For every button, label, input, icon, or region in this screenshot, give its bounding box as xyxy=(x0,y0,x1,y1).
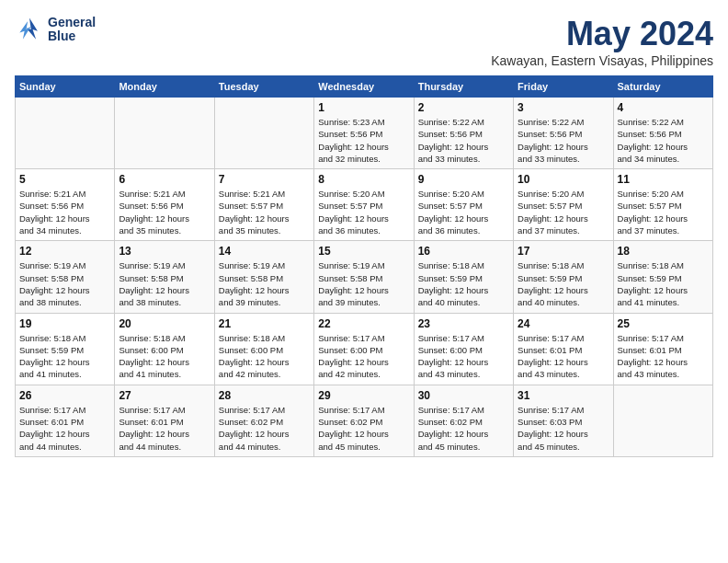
calendar-day-cell: 29Sunrise: 5:17 AM Sunset: 6:02 PM Dayli… xyxy=(314,385,414,456)
calendar-day-cell: 9Sunrise: 5:20 AM Sunset: 5:57 PM Daylig… xyxy=(414,169,513,241)
calendar-day-cell: 25Sunrise: 5:17 AM Sunset: 6:01 PM Dayli… xyxy=(613,313,712,385)
weekday-header: Sunday xyxy=(16,76,115,98)
day-number: 8 xyxy=(318,173,409,186)
day-info: Sunrise: 5:20 AM Sunset: 5:57 PM Dayligh… xyxy=(518,188,609,236)
logo-line2: Blue xyxy=(48,29,96,43)
calendar-day-cell: 2Sunrise: 5:22 AM Sunset: 5:56 PM Daylig… xyxy=(414,98,513,169)
day-number: 28 xyxy=(219,389,310,402)
day-number: 13 xyxy=(119,245,210,258)
calendar-day-cell: 19Sunrise: 5:18 AM Sunset: 5:59 PM Dayli… xyxy=(16,313,115,385)
day-number: 19 xyxy=(19,317,110,330)
day-number: 27 xyxy=(119,389,210,402)
day-info: Sunrise: 5:20 AM Sunset: 5:57 PM Dayligh… xyxy=(318,188,409,236)
weekday-header: Wednesday xyxy=(314,76,414,98)
day-info: Sunrise: 5:17 AM Sunset: 6:01 PM Dayligh… xyxy=(518,332,609,381)
calendar-day-cell: 7Sunrise: 5:21 AM Sunset: 5:57 PM Daylig… xyxy=(214,169,313,241)
day-info: Sunrise: 5:20 AM Sunset: 5:57 PM Dayligh… xyxy=(618,188,709,236)
calendar-week-row: 26Sunrise: 5:17 AM Sunset: 6:01 PM Dayli… xyxy=(16,385,713,456)
calendar-day-cell: 23Sunrise: 5:17 AM Sunset: 6:00 PM Dayli… xyxy=(414,313,513,385)
weekday-header: Saturday xyxy=(613,76,712,98)
weekday-header: Thursday xyxy=(414,76,513,98)
weekday-header: Monday xyxy=(115,76,214,98)
day-number: 12 xyxy=(19,245,110,258)
day-number: 20 xyxy=(119,317,210,330)
day-number: 15 xyxy=(318,245,409,258)
day-number: 10 xyxy=(518,173,609,186)
day-number: 11 xyxy=(618,173,709,186)
logo-line1: General xyxy=(48,16,96,29)
calendar-day-cell: 1Sunrise: 5:23 AM Sunset: 5:56 PM Daylig… xyxy=(314,98,414,169)
day-number: 18 xyxy=(618,245,709,258)
day-number: 22 xyxy=(318,317,409,330)
calendar-day-cell: 6Sunrise: 5:21 AM Sunset: 5:56 PM Daylig… xyxy=(115,169,214,241)
day-number: 26 xyxy=(19,389,110,402)
calendar-day-cell xyxy=(16,98,115,169)
day-info: Sunrise: 5:17 AM Sunset: 6:01 PM Dayligh… xyxy=(19,404,110,453)
day-info: Sunrise: 5:17 AM Sunset: 6:01 PM Dayligh… xyxy=(119,404,210,453)
day-info: Sunrise: 5:21 AM Sunset: 5:56 PM Dayligh… xyxy=(19,188,110,236)
location-subtitle: Kawayan, Eastern Visayas, Philippines xyxy=(491,53,713,68)
day-info: Sunrise: 5:22 AM Sunset: 5:56 PM Dayligh… xyxy=(518,116,609,165)
day-info: Sunrise: 5:22 AM Sunset: 5:56 PM Dayligh… xyxy=(618,116,709,165)
day-number: 6 xyxy=(119,173,210,186)
calendar-day-cell: 8Sunrise: 5:20 AM Sunset: 5:57 PM Daylig… xyxy=(314,169,414,241)
day-info: Sunrise: 5:18 AM Sunset: 5:59 PM Dayligh… xyxy=(418,259,509,308)
day-info: Sunrise: 5:20 AM Sunset: 5:57 PM Dayligh… xyxy=(418,188,509,236)
calendar-week-row: 1Sunrise: 5:23 AM Sunset: 5:56 PM Daylig… xyxy=(16,98,713,169)
calendar-day-cell xyxy=(613,385,712,456)
day-info: Sunrise: 5:18 AM Sunset: 5:59 PM Dayligh… xyxy=(518,259,609,308)
calendar-week-row: 5Sunrise: 5:21 AM Sunset: 5:56 PM Daylig… xyxy=(16,169,713,241)
day-info: Sunrise: 5:18 AM Sunset: 6:00 PM Dayligh… xyxy=(119,332,210,381)
day-info: Sunrise: 5:22 AM Sunset: 5:56 PM Dayligh… xyxy=(418,116,509,165)
day-info: Sunrise: 5:17 AM Sunset: 6:02 PM Dayligh… xyxy=(418,404,509,453)
title-block: May 2024 Kawayan, Eastern Visayas, Phili… xyxy=(491,15,713,68)
day-info: Sunrise: 5:17 AM Sunset: 6:00 PM Dayligh… xyxy=(418,332,509,381)
day-info: Sunrise: 5:17 AM Sunset: 6:01 PM Dayligh… xyxy=(618,332,709,381)
calendar-week-row: 12Sunrise: 5:19 AM Sunset: 5:58 PM Dayli… xyxy=(16,241,713,313)
day-info: Sunrise: 5:18 AM Sunset: 6:00 PM Dayligh… xyxy=(219,332,310,381)
day-number: 4 xyxy=(618,101,709,114)
calendar-day-cell xyxy=(214,98,313,169)
calendar-day-cell: 30Sunrise: 5:17 AM Sunset: 6:02 PM Dayli… xyxy=(414,385,513,456)
day-number: 24 xyxy=(518,317,609,330)
calendar-day-cell: 17Sunrise: 5:18 AM Sunset: 5:59 PM Dayli… xyxy=(514,241,613,313)
calendar-day-cell: 15Sunrise: 5:19 AM Sunset: 5:58 PM Dayli… xyxy=(314,241,414,313)
day-info: Sunrise: 5:19 AM Sunset: 5:58 PM Dayligh… xyxy=(119,259,210,308)
day-number: 16 xyxy=(418,245,509,258)
calendar-week-row: 19Sunrise: 5:18 AM Sunset: 5:59 PM Dayli… xyxy=(16,313,713,385)
day-number: 14 xyxy=(219,245,310,258)
day-info: Sunrise: 5:23 AM Sunset: 5:56 PM Dayligh… xyxy=(318,116,409,165)
day-number: 23 xyxy=(418,317,509,330)
weekday-header-row: SundayMondayTuesdayWednesdayThursdayFrid… xyxy=(16,76,713,98)
day-info: Sunrise: 5:18 AM Sunset: 5:59 PM Dayligh… xyxy=(19,332,110,381)
day-number: 2 xyxy=(418,101,509,114)
calendar-day-cell xyxy=(115,98,214,169)
day-info: Sunrise: 5:19 AM Sunset: 5:58 PM Dayligh… xyxy=(318,259,409,308)
logo: General Blue xyxy=(15,15,96,44)
day-number: 5 xyxy=(19,173,110,186)
calendar-day-cell: 24Sunrise: 5:17 AM Sunset: 6:01 PM Dayli… xyxy=(514,313,613,385)
logo-icon xyxy=(15,15,44,44)
page-header: General Blue May 2024 Kawayan, Eastern V… xyxy=(15,15,713,68)
calendar-day-cell: 13Sunrise: 5:19 AM Sunset: 5:58 PM Dayli… xyxy=(115,241,214,313)
day-number: 7 xyxy=(219,173,310,186)
calendar-day-cell: 14Sunrise: 5:19 AM Sunset: 5:58 PM Dayli… xyxy=(214,241,313,313)
calendar-day-cell: 27Sunrise: 5:17 AM Sunset: 6:01 PM Dayli… xyxy=(115,385,214,456)
calendar-day-cell: 12Sunrise: 5:19 AM Sunset: 5:58 PM Dayli… xyxy=(16,241,115,313)
day-number: 29 xyxy=(318,389,409,402)
day-info: Sunrise: 5:21 AM Sunset: 5:56 PM Dayligh… xyxy=(119,188,210,236)
day-info: Sunrise: 5:18 AM Sunset: 5:59 PM Dayligh… xyxy=(618,259,709,308)
day-info: Sunrise: 5:17 AM Sunset: 6:02 PM Dayligh… xyxy=(318,404,409,453)
calendar-day-cell: 4Sunrise: 5:22 AM Sunset: 5:56 PM Daylig… xyxy=(613,98,712,169)
day-number: 1 xyxy=(318,101,409,114)
calendar-day-cell: 28Sunrise: 5:17 AM Sunset: 6:02 PM Dayli… xyxy=(214,385,313,456)
calendar-table: SundayMondayTuesdayWednesdayThursdayFrid… xyxy=(15,75,713,457)
calendar-day-cell: 18Sunrise: 5:18 AM Sunset: 5:59 PM Dayli… xyxy=(613,241,712,313)
day-info: Sunrise: 5:17 AM Sunset: 6:03 PM Dayligh… xyxy=(518,404,609,453)
calendar-day-cell: 3Sunrise: 5:22 AM Sunset: 5:56 PM Daylig… xyxy=(514,98,613,169)
day-info: Sunrise: 5:21 AM Sunset: 5:57 PM Dayligh… xyxy=(219,188,310,236)
calendar-day-cell: 31Sunrise: 5:17 AM Sunset: 6:03 PM Dayli… xyxy=(514,385,613,456)
calendar-day-cell: 21Sunrise: 5:18 AM Sunset: 6:00 PM Dayli… xyxy=(214,313,313,385)
day-number: 25 xyxy=(618,317,709,330)
weekday-header: Friday xyxy=(514,76,613,98)
